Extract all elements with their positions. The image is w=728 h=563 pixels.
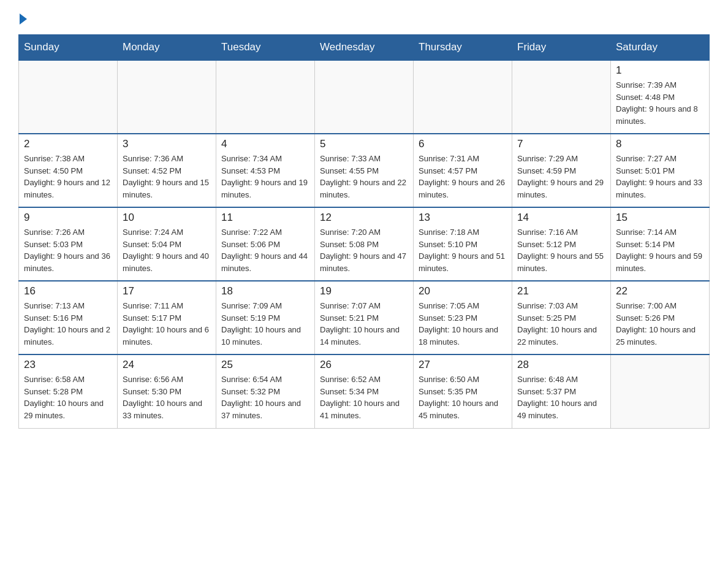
calendar-day-cell: 26Sunrise: 6:52 AMSunset: 5:34 PMDayligh…: [315, 354, 414, 428]
day-number: 11: [221, 212, 309, 224]
day-number: 18: [221, 285, 309, 297]
day-info: Sunrise: 7:29 AMSunset: 4:59 PMDaylight:…: [517, 153, 605, 201]
day-of-week-header: Friday: [512, 35, 611, 61]
page-header: [18, 12, 710, 25]
day-number: 1: [616, 64, 704, 77]
calendar-day-cell: 7Sunrise: 7:29 AMSunset: 4:59 PMDaylight…: [512, 134, 611, 207]
day-info: Sunrise: 7:38 AMSunset: 4:50 PMDaylight:…: [24, 153, 112, 201]
day-number: 4: [221, 138, 309, 150]
calendar-day-cell: 4Sunrise: 7:34 AMSunset: 4:53 PMDaylight…: [216, 134, 315, 207]
calendar-day-cell: 11Sunrise: 7:22 AMSunset: 5:06 PMDayligh…: [216, 207, 315, 281]
calendar-day-cell: 22Sunrise: 7:00 AMSunset: 5:26 PMDayligh…: [611, 281, 710, 354]
day-number: 23: [24, 359, 112, 371]
day-of-week-header: Tuesday: [216, 35, 315, 61]
day-number: 21: [517, 285, 605, 297]
day-number: 20: [419, 285, 507, 297]
day-number: 19: [320, 285, 408, 297]
day-of-week-header: Sunday: [19, 35, 118, 61]
calendar-day-cell: [216, 60, 315, 134]
day-info: Sunrise: 7:39 AMSunset: 4:48 PMDaylight:…: [616, 79, 704, 127]
calendar-header: SundayMondayTuesdayWednesdayThursdayFrid…: [19, 35, 710, 61]
day-info: Sunrise: 7:18 AMSunset: 5:10 PMDaylight:…: [419, 226, 507, 274]
day-info: Sunrise: 7:20 AMSunset: 5:08 PMDaylight:…: [320, 226, 408, 274]
calendar-day-cell: 6Sunrise: 7:31 AMSunset: 4:57 PMDaylight…: [414, 134, 512, 207]
day-number: 25: [221, 359, 309, 371]
day-number: 7: [517, 138, 605, 150]
calendar-day-cell: 16Sunrise: 7:13 AMSunset: 5:16 PMDayligh…: [19, 281, 118, 354]
day-number: 22: [616, 285, 704, 297]
day-info: Sunrise: 6:54 AMSunset: 5:32 PMDaylight:…: [221, 373, 309, 421]
calendar-day-cell: 24Sunrise: 6:56 AMSunset: 5:30 PMDayligh…: [118, 354, 216, 428]
day-number: 3: [123, 138, 211, 150]
day-number: 24: [123, 359, 211, 371]
day-info: Sunrise: 7:11 AMSunset: 5:17 PMDaylight:…: [123, 300, 211, 348]
day-number: 28: [517, 359, 605, 371]
calendar-day-cell: [118, 60, 216, 134]
day-info: Sunrise: 6:50 AMSunset: 5:35 PMDaylight:…: [419, 373, 507, 421]
day-info: Sunrise: 7:22 AMSunset: 5:06 PMDaylight:…: [221, 226, 309, 274]
calendar-day-cell: 12Sunrise: 7:20 AMSunset: 5:08 PMDayligh…: [315, 207, 414, 281]
calendar-day-cell: 21Sunrise: 7:03 AMSunset: 5:25 PMDayligh…: [512, 281, 611, 354]
day-info: Sunrise: 6:56 AMSunset: 5:30 PMDaylight:…: [123, 373, 211, 421]
calendar-day-cell: 14Sunrise: 7:16 AMSunset: 5:12 PMDayligh…: [512, 207, 611, 281]
day-info: Sunrise: 7:13 AMSunset: 5:16 PMDaylight:…: [24, 300, 112, 348]
day-number: 16: [24, 285, 112, 297]
day-number: 17: [123, 285, 211, 297]
calendar-body: 1Sunrise: 7:39 AMSunset: 4:48 PMDaylight…: [19, 60, 710, 428]
day-number: 2: [24, 138, 112, 150]
calendar-day-cell: 23Sunrise: 6:58 AMSunset: 5:28 PMDayligh…: [19, 354, 118, 428]
day-info: Sunrise: 7:36 AMSunset: 4:52 PMDaylight:…: [123, 153, 211, 201]
day-number: 13: [419, 212, 507, 224]
day-info: Sunrise: 7:03 AMSunset: 5:25 PMDaylight:…: [517, 300, 605, 348]
day-number: 10: [123, 212, 211, 224]
day-info: Sunrise: 7:05 AMSunset: 5:23 PMDaylight:…: [419, 300, 507, 348]
day-of-week-header: Thursday: [414, 35, 512, 61]
calendar-day-cell: [611, 354, 710, 428]
day-number: 8: [616, 138, 704, 150]
day-number: 6: [419, 138, 507, 150]
day-info: Sunrise: 7:27 AMSunset: 5:01 PMDaylight:…: [616, 153, 704, 201]
day-of-week-header: Wednesday: [315, 35, 414, 61]
day-info: Sunrise: 7:31 AMSunset: 4:57 PMDaylight:…: [419, 153, 507, 201]
calendar-day-cell: 8Sunrise: 7:27 AMSunset: 5:01 PMDaylight…: [611, 134, 710, 207]
day-info: Sunrise: 7:33 AMSunset: 4:55 PMDaylight:…: [320, 153, 408, 201]
day-info: Sunrise: 6:52 AMSunset: 5:34 PMDaylight:…: [320, 373, 408, 421]
calendar-week-row: 9Sunrise: 7:26 AMSunset: 5:03 PMDaylight…: [19, 207, 710, 281]
calendar-day-cell: 19Sunrise: 7:07 AMSunset: 5:21 PMDayligh…: [315, 281, 414, 354]
calendar-day-cell: 5Sunrise: 7:33 AMSunset: 4:55 PMDaylight…: [315, 134, 414, 207]
day-number: 5: [320, 138, 408, 150]
day-info: Sunrise: 7:24 AMSunset: 5:04 PMDaylight:…: [123, 226, 211, 274]
calendar-day-cell: [315, 60, 414, 134]
calendar-day-cell: 25Sunrise: 6:54 AMSunset: 5:32 PMDayligh…: [216, 354, 315, 428]
calendar-day-cell: [414, 60, 512, 134]
logo-arrow-icon: [20, 13, 27, 25]
calendar-day-cell: [19, 60, 118, 134]
calendar-day-cell: 3Sunrise: 7:36 AMSunset: 4:52 PMDaylight…: [118, 134, 216, 207]
day-number: 27: [419, 359, 507, 371]
calendar-day-cell: 18Sunrise: 7:09 AMSunset: 5:19 PMDayligh…: [216, 281, 315, 354]
day-info: Sunrise: 6:58 AMSunset: 5:28 PMDaylight:…: [24, 373, 112, 421]
logo-line1: [18, 12, 27, 25]
day-number: 14: [517, 212, 605, 224]
calendar-day-cell: 13Sunrise: 7:18 AMSunset: 5:10 PMDayligh…: [414, 207, 512, 281]
calendar-week-row: 2Sunrise: 7:38 AMSunset: 4:50 PMDaylight…: [19, 134, 710, 207]
day-header-row: SundayMondayTuesdayWednesdayThursdayFrid…: [19, 35, 710, 61]
day-info: Sunrise: 6:48 AMSunset: 5:37 PMDaylight:…: [517, 373, 605, 421]
logo: [18, 12, 27, 25]
calendar-day-cell: [512, 60, 611, 134]
calendar-week-row: 23Sunrise: 6:58 AMSunset: 5:28 PMDayligh…: [19, 354, 710, 428]
calendar-day-cell: 17Sunrise: 7:11 AMSunset: 5:17 PMDayligh…: [118, 281, 216, 354]
calendar-day-cell: 9Sunrise: 7:26 AMSunset: 5:03 PMDaylight…: [19, 207, 118, 281]
calendar-table: SundayMondayTuesdayWednesdayThursdayFrid…: [18, 34, 710, 429]
calendar-day-cell: 2Sunrise: 7:38 AMSunset: 4:50 PMDaylight…: [19, 134, 118, 207]
calendar-day-cell: 10Sunrise: 7:24 AMSunset: 5:04 PMDayligh…: [118, 207, 216, 281]
day-number: 26: [320, 359, 408, 371]
day-info: Sunrise: 7:14 AMSunset: 5:14 PMDaylight:…: [616, 226, 704, 274]
day-number: 15: [616, 212, 704, 224]
day-number: 12: [320, 212, 408, 224]
day-of-week-header: Monday: [118, 35, 216, 61]
calendar-week-row: 1Sunrise: 7:39 AMSunset: 4:48 PMDaylight…: [19, 60, 710, 134]
day-info: Sunrise: 7:07 AMSunset: 5:21 PMDaylight:…: [320, 300, 408, 348]
calendar-day-cell: 1Sunrise: 7:39 AMSunset: 4:48 PMDaylight…: [611, 60, 710, 134]
day-info: Sunrise: 7:26 AMSunset: 5:03 PMDaylight:…: [24, 226, 112, 274]
